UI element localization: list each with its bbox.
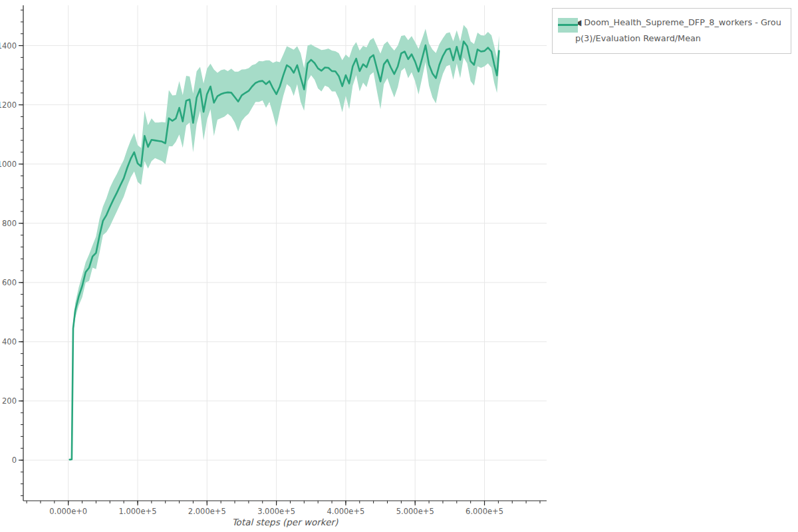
y-tick-label: 0	[12, 456, 17, 465]
y-tick-label: 1000	[0, 160, 17, 169]
series-line-swatch-icon	[558, 24, 578, 26]
plot-canvas[interactable]: 0.000e+01.000e+52.000e+53.000e+54.000e+5…	[0, 0, 798, 532]
y-tick-label: 1200	[0, 100, 17, 110]
x-tick-label: 4.000e+5	[327, 507, 364, 516]
x-tick-label: 2.000e+5	[188, 507, 226, 516]
x-tick-label: 3.000e+5	[257, 507, 295, 516]
x-tick-label: 1.000e+5	[119, 507, 157, 516]
chart-figure: 0.000e+01.000e+52.000e+53.000e+54.000e+5…	[0, 0, 798, 532]
legend-box[interactable]: ◀Doom_Health_Supreme_DFP_8_workers - Gro…	[552, 8, 791, 54]
x-tick-label: 5.000e+5	[396, 507, 434, 516]
x-tick-label: 0.000e+0	[49, 507, 87, 516]
y-tick-label: 600	[2, 278, 17, 287]
y-tick-label: 1400	[0, 41, 17, 51]
y-tick-label: 200	[2, 396, 17, 406]
y-tick-label: 800	[2, 219, 17, 228]
x-axis-title: Total steps (per worker)	[23, 517, 547, 527]
x-tick-label: 6.000e+5	[466, 507, 503, 516]
mean-line[interactable]	[70, 41, 499, 460]
series-band-swatch-icon	[558, 18, 578, 33]
legend-entry[interactable]: ◀Doom_Health_Supreme_DFP_8_workers - Gro…	[559, 15, 784, 46]
confidence-band	[70, 25, 499, 460]
y-tick-label: 400	[2, 337, 17, 346]
legend-series-label: Doom_Health_Supreme_DFP_8_workers - Grou…	[575, 17, 781, 43]
